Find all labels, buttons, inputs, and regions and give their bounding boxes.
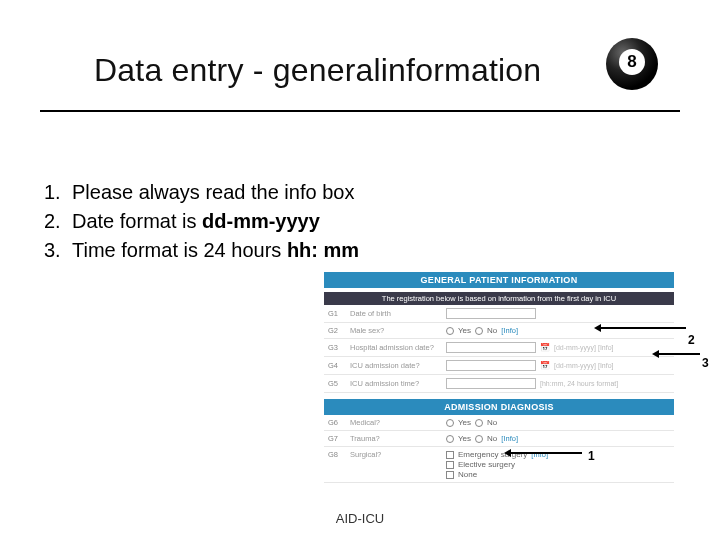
ball-number: 8 (619, 49, 645, 75)
info-link[interactable]: [Info] (501, 326, 518, 335)
option-emergency[interactable] (446, 451, 454, 459)
list-number: 3. (44, 236, 72, 265)
date-input[interactable] (446, 308, 536, 319)
slide-title: Data entry - generalinformation (94, 52, 541, 89)
list-item: 2. Date format is dd-mm-yyyy (44, 207, 359, 236)
radio-yes[interactable] (446, 435, 454, 443)
time-input[interactable] (446, 378, 536, 389)
callout-3: 3 (702, 356, 709, 370)
radio-label: Yes (458, 418, 471, 427)
field-hint: [dd-mm-yyyy] [Info] (554, 362, 614, 369)
form-row: G4 ICU admission date? 📅[dd-mm-yyyy] [In… (324, 357, 674, 375)
calendar-icon[interactable]: 📅 (540, 343, 550, 352)
form-row: G1 Date of birth (324, 305, 674, 323)
form-screenshot: GENERAL PATIENT INFORMATION The registra… (324, 272, 674, 483)
form-row: G7 Trauma? Yes No [Info] (324, 431, 674, 447)
date-input[interactable] (446, 360, 536, 371)
field-label: Male sex? (350, 326, 442, 335)
form-row: G5 ICU admission time? [hh:mm, 24 hours … (324, 375, 674, 393)
list-text: Please always read the info box (72, 181, 354, 203)
field-label: Trauma? (350, 434, 442, 443)
arrow-2 (600, 327, 686, 329)
field-label: Hospital admission date? (350, 343, 442, 352)
form-row: G2 Male sex? Yes No [Info] (324, 323, 674, 339)
option-elective[interactable] (446, 461, 454, 469)
field-code: G4 (328, 361, 346, 370)
list-text: Time format is 24 hours (72, 239, 287, 261)
field-code: G6 (328, 418, 346, 427)
radio-no[interactable] (475, 435, 483, 443)
field-label: Medical? (350, 418, 442, 427)
list-number: 1. (44, 178, 72, 207)
radio-no[interactable] (475, 419, 483, 427)
form-banner: GENERAL PATIENT INFORMATION (324, 272, 674, 288)
field-label: Surgical? (350, 450, 442, 459)
eight-ball-badge: 8 (606, 38, 658, 90)
form-row: G3 Hospital admission date? 📅[dd-mm-yyyy… (324, 339, 674, 357)
arrow-1 (510, 452, 582, 454)
radio-label: Yes (458, 326, 471, 335)
form-subbanner: The registration below is based on infor… (324, 292, 674, 305)
option-label: None (458, 470, 477, 479)
list-text: Date format is (72, 210, 202, 232)
list-bold: hh: mm (287, 239, 359, 261)
field-label: ICU admission time? (350, 379, 442, 388)
callout-1: 1 (588, 449, 595, 463)
radio-label: No (487, 434, 497, 443)
list-item: 3. Time format is 24 hours hh: mm (44, 236, 359, 265)
field-code: G2 (328, 326, 346, 335)
field-code: G5 (328, 379, 346, 388)
calendar-icon[interactable]: 📅 (540, 361, 550, 370)
callout-2: 2 (688, 333, 695, 347)
radio-no[interactable] (475, 327, 483, 335)
form-row: G6 Medical? Yes No (324, 415, 674, 431)
list-number: 2. (44, 207, 72, 236)
radio-yes[interactable] (446, 327, 454, 335)
form-banner-2: ADMISSION DIAGNOSIS (324, 399, 674, 415)
date-input[interactable] (446, 342, 536, 353)
list-bold: dd-mm-yyyy (202, 210, 320, 232)
radio-label: No (487, 326, 497, 335)
field-code: G1 (328, 309, 346, 318)
form-row: G8 Surgical? Emergency surgery[Info] Ele… (324, 447, 674, 483)
field-code: G8 (328, 450, 346, 459)
title-underline (40, 110, 680, 112)
radio-yes[interactable] (446, 419, 454, 427)
field-hint: [dd-mm-yyyy] [Info] (554, 344, 614, 351)
arrow-3 (658, 353, 700, 355)
list-item: 1. Please always read the info box (44, 178, 359, 207)
field-code: G3 (328, 343, 346, 352)
option-none[interactable] (446, 471, 454, 479)
option-label: Elective surgery (458, 460, 515, 469)
field-hint: [hh:mm, 24 hours format] (540, 380, 618, 387)
field-label: ICU admission date? (350, 361, 442, 370)
info-link[interactable]: [Info] (501, 434, 518, 443)
radio-label: No (487, 418, 497, 427)
field-label: Date of birth (350, 309, 442, 318)
radio-label: Yes (458, 434, 471, 443)
instruction-list: 1. Please always read the info box 2. Da… (44, 178, 359, 265)
slide-footer: AID-ICU (0, 511, 720, 526)
field-code: G7 (328, 434, 346, 443)
